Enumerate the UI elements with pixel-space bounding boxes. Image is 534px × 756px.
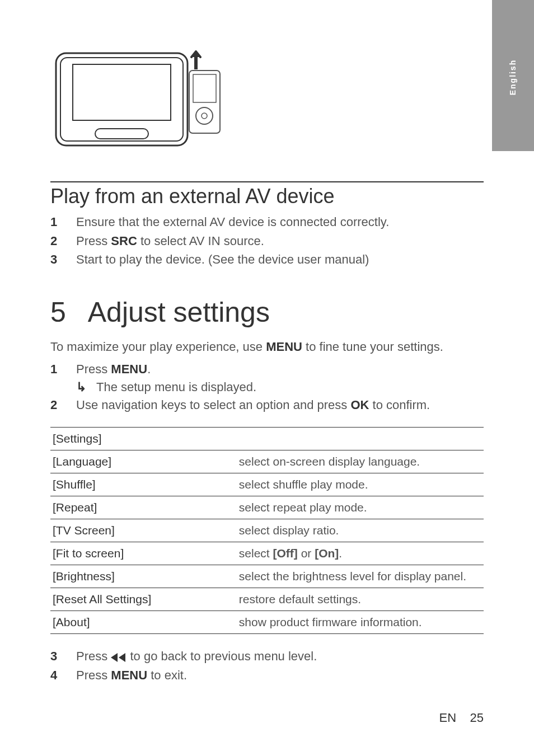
step-sub: ↳ The setup menu is displayed. [50,380,484,395]
text-fragment: Press [76,234,111,248]
text-fragment: to exit. [147,668,187,682]
table-row: [Language]select on-screen display langu… [50,450,484,473]
text-fragment: to fine tune your settings. [302,340,443,354]
table-key: [Settings] [50,428,484,450]
step-item: 4 Press MENU to exit. [50,667,484,684]
footer-lang: EN [439,711,457,725]
table-value: show product firmware information. [237,611,484,634]
text-bold: MENU [266,340,302,354]
step-item: 3 Start to play the device. (See the dev… [50,251,484,268]
page-footer: EN 25 [439,711,484,725]
step-item: 2 Use navigation keys to select an optio… [50,397,484,414]
step-item: 2 Press SRC to select AV IN source. [50,233,484,250]
table-key: [TV Screen] [50,519,237,542]
svg-marker-10 [191,50,201,57]
section-title-play-external: Play from an external AV device [50,185,484,208]
chapter-title-text: Adjust settings [88,297,270,328]
table-key: [Language] [50,450,237,473]
settings-table: [Settings] [Language]select on-screen di… [50,427,484,634]
table-value: select the brightness level for display … [237,565,484,588]
svg-rect-3 [95,129,148,139]
table-row: [Settings] [50,428,484,450]
table-key: [Fit to screen] [50,542,237,565]
step-number: 4 [50,667,76,684]
step-text: Press MENU to exit. [76,667,187,684]
text-fragment: Use navigation keys to select an option … [76,398,350,412]
page-content: Play from an external AV device 1 Ensure… [0,0,534,703]
table-value: select on-screen display language. [237,450,484,473]
text-fragment: . [339,547,342,560]
footer-page-number: 25 [470,711,484,725]
svg-rect-5 [193,74,216,102]
step-item: 1 Ensure that the external AV device is … [50,214,484,231]
step-text: Press to go back to previous menu level. [76,648,317,665]
text-fragment: Press [76,362,111,376]
table-row: [About]show product firmware information… [50,611,484,634]
table-key: [Brightness] [50,565,237,588]
text-bold: [On] [315,547,339,560]
step-number: 1 [50,361,76,378]
text-bold: MENU [111,362,147,376]
chapter-heading: 5 Adjust settings [50,296,484,328]
text-bold: OK [350,398,369,412]
device-illustration [50,50,484,153]
table-row: [Fit to screen]select [Off] or [On]. [50,542,484,565]
table-row: [TV Screen]select display ratio. [50,519,484,542]
svg-rect-2 [73,64,171,120]
table-row: [Brightness]select the brightness level … [50,565,484,588]
text-fragment: . [147,362,151,376]
chapter-number: 5 [50,297,66,328]
svg-marker-11 [111,653,118,662]
step-item: 1 Press MENU. [50,361,484,378]
step-text: Press MENU. [76,361,151,378]
step-text: Use navigation keys to select an option … [76,397,430,414]
step-number: 2 [50,233,76,250]
svg-marker-12 [119,653,125,662]
text-bold: SRC [111,234,137,248]
table-value: select [Off] or [On]. [237,542,484,565]
section-divider [50,181,484,182]
text-fragment: to select AV IN source. [137,234,264,248]
text-bold: MENU [111,668,147,682]
text-fragment: select [239,547,273,560]
result-arrow-icon: ↳ [76,380,96,395]
svg-point-6 [196,107,213,124]
table-value: select display ratio. [237,519,484,542]
steps-adjust-settings: 1 Press MENU. ↳ The setup menu is displa… [50,361,484,413]
table-value: restore default settings. [237,588,484,611]
table-key: [Shuffle] [50,473,237,496]
step-text: Press SRC to select AV IN source. [76,233,264,250]
text-fragment: To maximize your play experience, use [50,340,266,354]
table-key: [Repeat] [50,496,237,519]
table-value: select repeat play mode. [237,496,484,519]
language-side-tab: English [492,0,534,151]
language-tab-label: English [509,59,518,96]
rewind-icon [111,653,127,662]
table-value: select shuffle play mode. [237,473,484,496]
step-text: Ensure that the external AV device is co… [76,214,389,231]
text-bold: [Off] [273,547,298,560]
text-fragment: to go back to previous menu level. [127,649,317,663]
step-number: 1 [50,214,76,231]
steps-play-external: 1 Ensure that the external AV device is … [50,214,484,268]
chapter-intro: To maximize your play experience, use ME… [50,340,484,354]
step-sub-text: The setup menu is displayed. [96,380,256,395]
step-number: 2 [50,397,76,414]
svg-rect-0 [56,53,188,145]
text-fragment: to confirm. [369,398,430,412]
table-row: [Repeat]select repeat play mode. [50,496,484,519]
steps-post-table: 3 Press to go back to previous menu leve… [50,648,484,683]
step-item: 3 Press to go back to previous menu leve… [50,648,484,665]
table-row: [Shuffle]select shuffle play mode. [50,473,484,496]
text-fragment: or [298,547,315,560]
text-fragment: Press [76,668,111,682]
table-key: [About] [50,611,237,634]
svg-point-7 [202,113,207,119]
step-number: 3 [50,648,76,665]
step-text: Start to play the device. (See the devic… [76,251,369,268]
text-fragment: Press [76,649,111,663]
step-number: 3 [50,251,76,268]
table-row: [Reset All Settings]restore default sett… [50,588,484,611]
table-key: [Reset All Settings] [50,588,237,611]
